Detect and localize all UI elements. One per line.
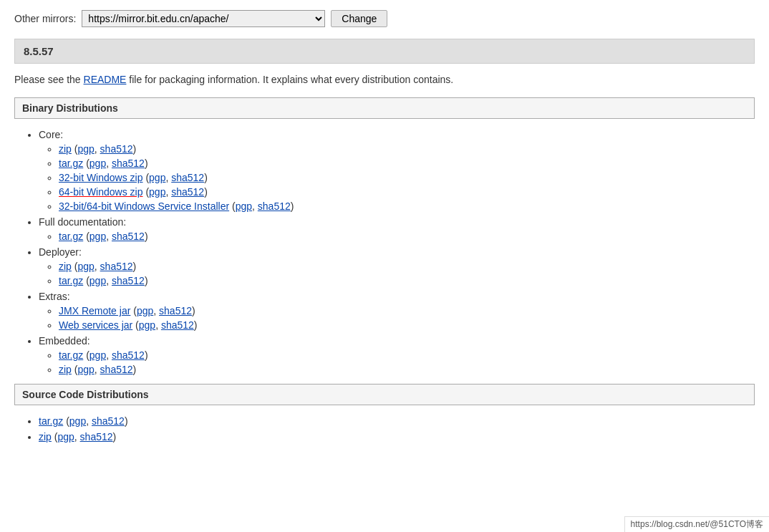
core-win64-link[interactable]: 64-bit Windows zip: [59, 186, 143, 198]
jmx-pgp[interactable]: pgp: [137, 305, 153, 316]
jmx-sha512[interactable]: sha512: [159, 305, 192, 316]
source-code-distributions-content: tar.gz (pgp, sha512) zip (pgp, sha512): [14, 415, 755, 442]
extras-sub-list: JMX Remote jar (pgp, sha512) Web service…: [39, 305, 750, 331]
deployer-targz-pgp[interactable]: pgp: [90, 275, 106, 286]
embedded-targz-link[interactable]: tar.gz: [59, 349, 83, 361]
core-win64-pgp[interactable]: pgp: [149, 186, 165, 198]
list-item: zip (pgp, sha512): [59, 364, 750, 375]
webservices-pgp[interactable]: pgp: [139, 319, 155, 331]
deployer-zip-sha512[interactable]: sha512: [100, 261, 133, 272]
list-item-fulldoc: Full documentation: tar.gz (pgp, sha512): [39, 216, 750, 242]
mirrors-label: Other mirrors:: [14, 13, 76, 24]
core-targz-link[interactable]: tar.gz: [59, 158, 83, 169]
deployer-targz-link[interactable]: tar.gz: [59, 275, 83, 286]
jmx-remote-link[interactable]: JMX Remote jar: [59, 305, 130, 316]
core-zip-pgp[interactable]: pgp: [77, 143, 94, 155]
list-item: JMX Remote jar (pgp, sha512): [59, 305, 750, 316]
embedded-targz-pgp[interactable]: pgp: [90, 349, 106, 361]
binary-distributions-title: Binary Distributions: [22, 102, 747, 114]
list-item: zip (pgp, sha512): [59, 261, 750, 272]
deployer-zip-pgp[interactable]: pgp: [77, 261, 94, 272]
source-code-distributions-section: Source Code Distributions: [14, 384, 755, 405]
embedded-zip-link[interactable]: zip: [59, 364, 72, 375]
core-win32-sha512[interactable]: sha512: [171, 172, 204, 183]
source-targz-pgp[interactable]: pgp: [69, 415, 86, 427]
core-zip-sha512[interactable]: sha512: [100, 143, 133, 155]
embedded-targz-sha512[interactable]: sha512: [112, 349, 145, 361]
list-item: 32-bit Windows zip (pgp, sha512): [59, 172, 750, 183]
list-item: tar.gz (pgp, sha512): [59, 275, 750, 286]
core-targz-sha512[interactable]: sha512: [112, 158, 145, 169]
core-installer-link[interactable]: 32-bit/64-bit Windows Service Installer: [59, 200, 229, 212]
source-targz-link[interactable]: tar.gz: [39, 415, 63, 427]
core-installer-sha512[interactable]: sha512: [258, 200, 291, 212]
embedded-sub-list: tar.gz (pgp, sha512) zip (pgp, sha512): [39, 349, 750, 375]
list-item: 64-bit Windows zip (pgp, sha512): [59, 186, 750, 198]
list-item: zip (pgp, sha512): [39, 431, 750, 442]
fulldoc-targz-pgp[interactable]: pgp: [90, 231, 106, 242]
list-item: zip (pgp, sha512): [59, 143, 750, 155]
deployer-sub-list: zip (pgp, sha512) tar.gz (pgp, sha512): [39, 261, 750, 286]
deployer-label: Deployer:: [39, 246, 82, 258]
intro-text: Please see the README file for packaging…: [14, 72, 755, 87]
core-win32-pgp[interactable]: pgp: [149, 172, 165, 183]
readme-link[interactable]: README: [84, 74, 127, 85]
source-zip-sha512[interactable]: sha512: [80, 431, 113, 442]
embedded-label: Embedded:: [39, 335, 90, 347]
list-item: tar.gz (pgp, sha512): [59, 231, 750, 242]
change-button[interactable]: Change: [331, 10, 387, 27]
core-win32-link[interactable]: 32-bit Windows zip: [59, 172, 143, 183]
list-item-extras: Extras: JMX Remote jar (pgp, sha512) Web…: [39, 291, 750, 331]
list-item: tar.gz (pgp, sha512): [59, 158, 750, 169]
core-targz-pgp[interactable]: pgp: [90, 158, 106, 169]
webservices-link[interactable]: Web services jar: [59, 319, 132, 331]
list-item: 32-bit/64-bit Windows Service Installer …: [59, 200, 750, 212]
list-item: tar.gz (pgp, sha512): [39, 415, 750, 427]
list-item-core: Core: zip (pgp, sha512) tar.gz (pgp, sha…: [39, 129, 750, 212]
deployer-targz-sha512[interactable]: sha512: [112, 275, 145, 286]
binary-distributions-section: Binary Distributions: [14, 97, 755, 119]
fulldoc-label: Full documentation:: [39, 216, 126, 228]
mirrors-select[interactable]: https://mirror.bit.edu.cn/apache/: [82, 10, 325, 27]
binary-main-list: Core: zip (pgp, sha512) tar.gz (pgp, sha…: [19, 129, 750, 375]
embedded-zip-pgp[interactable]: pgp: [77, 364, 94, 375]
core-sub-list: zip (pgp, sha512) tar.gz (pgp, sha512) 3…: [39, 143, 750, 212]
embedded-zip-sha512[interactable]: sha512: [100, 364, 133, 375]
core-win64-sha512[interactable]: sha512: [171, 186, 204, 198]
core-installer-pgp[interactable]: pgp: [236, 200, 252, 212]
binary-distributions-content: Core: zip (pgp, sha512) tar.gz (pgp, sha…: [14, 129, 755, 375]
source-main-list: tar.gz (pgp, sha512) zip (pgp, sha512): [19, 415, 750, 442]
list-item: Web services jar (pgp, sha512): [59, 319, 750, 331]
version-header: 8.5.57: [14, 39, 755, 64]
source-zip-pgp[interactable]: pgp: [57, 431, 74, 442]
list-item-embedded: Embedded: tar.gz (pgp, sha512) zip (pgp,…: [39, 335, 750, 375]
core-label: Core:: [39, 129, 63, 140]
source-code-distributions-title: Source Code Distributions: [22, 389, 747, 400]
source-zip-link[interactable]: zip: [39, 431, 52, 442]
list-item-deployer: Deployer: zip (pgp, sha512) tar.gz (pgp,…: [39, 246, 750, 286]
deployer-zip-link[interactable]: zip: [59, 261, 72, 272]
fulldoc-targz-link[interactable]: tar.gz: [59, 231, 83, 242]
list-item: tar.gz (pgp, sha512): [59, 349, 750, 361]
extras-label: Extras:: [39, 291, 70, 302]
source-targz-sha512[interactable]: sha512: [92, 415, 125, 427]
webservices-sha512[interactable]: sha512: [161, 319, 194, 331]
fulldoc-targz-sha512[interactable]: sha512: [112, 231, 145, 242]
core-zip-link[interactable]: zip: [59, 143, 72, 155]
fulldoc-sub-list: tar.gz (pgp, sha512): [39, 231, 750, 242]
